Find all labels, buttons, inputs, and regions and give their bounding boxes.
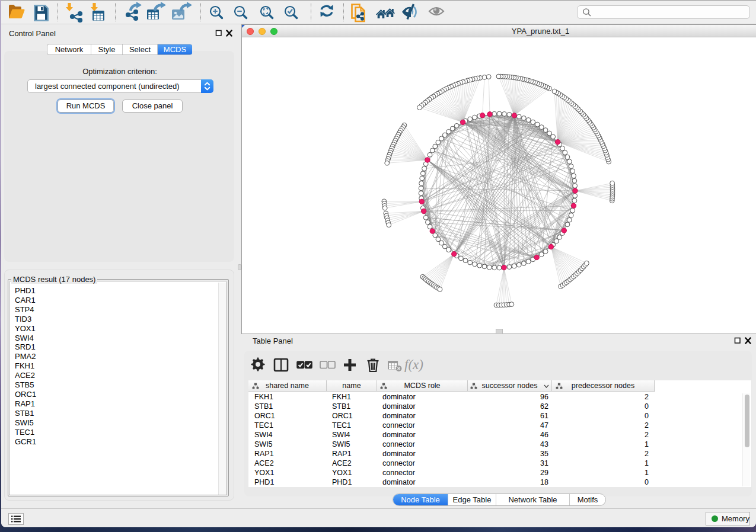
svg-text:f(x): f(x)	[404, 357, 423, 372]
